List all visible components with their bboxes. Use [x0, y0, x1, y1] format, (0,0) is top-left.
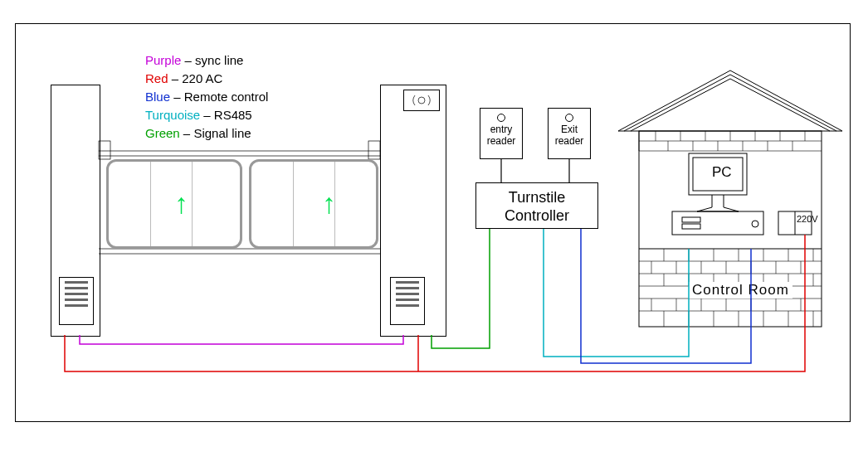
diagram-canvas: Purple – sync line Red – 220 AC Blue – R…: [0, 0, 868, 466]
wiring-svg: [0, 0, 868, 466]
